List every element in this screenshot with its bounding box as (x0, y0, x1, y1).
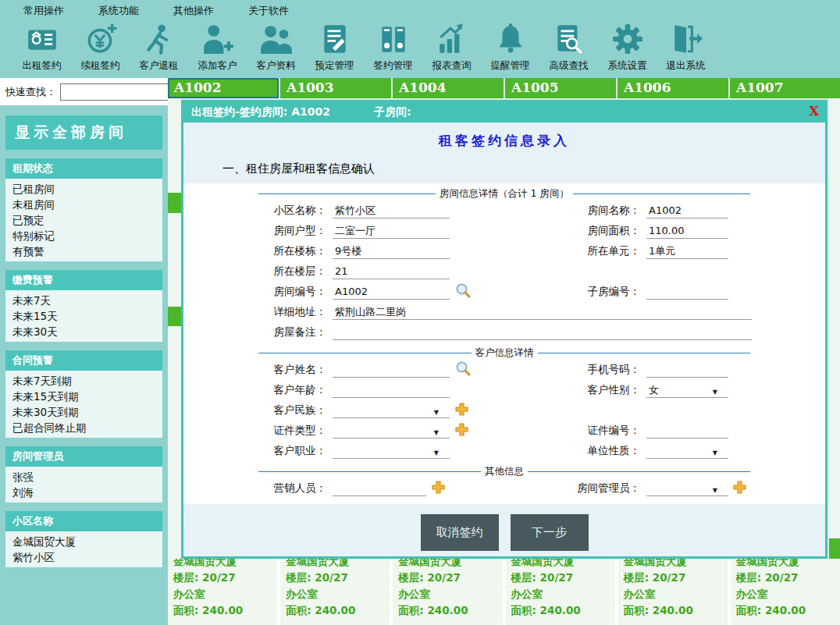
room-tabs: A1002 A1003 A1004 A1005 A1006 A1007 (168, 78, 840, 98)
menu-other-ops[interactable]: 其他操作 (173, 4, 214, 18)
tab-a1007[interactable]: A1007 (730, 78, 840, 98)
menu-common-ops[interactable]: 常用操作 (23, 4, 64, 18)
sidebar-item-unrented[interactable]: 未租房间 (5, 197, 162, 212)
close-icon[interactable]: X (810, 104, 819, 119)
room-name-field[interactable]: A1002 (646, 204, 728, 218)
sidebar-item-warned[interactable]: 有预警 (5, 243, 162, 259)
tab-a1006[interactable]: A1006 (618, 78, 728, 98)
tab-a1005[interactable]: A1005 (505, 78, 616, 98)
tool-advanced-search[interactable]: 高级查找 (539, 22, 598, 78)
section-title: 小区名称 (5, 511, 162, 531)
tool-report-query[interactable]: 报表查询 (422, 22, 481, 78)
chevron-down-icon[interactable]: ▼ (434, 406, 439, 420)
tool-tenant-checkout[interactable]: 客户退租 (130, 22, 188, 78)
sidebar-item-expire7days[interactable]: 未来7天到期 (5, 373, 162, 389)
phone-field[interactable] (646, 363, 728, 378)
chevron-down-icon[interactable]: ▼ (713, 484, 717, 498)
tab-a1002[interactable]: A1002 (168, 78, 279, 98)
room-no-field[interactable]: A1002 (333, 285, 450, 300)
sidebar-item-expired[interactable]: 已超合同终止期 (5, 420, 162, 435)
room-card[interactable]: 金城国贸大厦 楼层: 20/27 办公室 面积: 240.00 (506, 559, 615, 625)
rent-contract-icon (26, 23, 59, 59)
add-plus-icon[interactable] (455, 403, 468, 419)
job-select[interactable]: ▼ (333, 444, 450, 459)
sub-room-no-label: 子房编号： (570, 285, 640, 299)
id-type-select[interactable]: ▼ (333, 424, 450, 439)
sidebar-item-manager-1[interactable]: 张强 (5, 469, 162, 485)
estate-field[interactable]: 紫竹小区 (333, 204, 450, 218)
cancel-sign-button[interactable]: 取消签约 (421, 514, 499, 551)
tool-reminder-manage[interactable]: 提醒管理 (481, 22, 539, 78)
gender-select[interactable]: 女▼ (646, 383, 728, 398)
sidebar-item-expire15days[interactable]: 未来15天到期 (5, 389, 162, 404)
tab-a1004[interactable]: A1004 (393, 78, 504, 98)
chevron-down-icon[interactable]: ▼ (434, 446, 439, 460)
employer-type-select[interactable]: ▼ (646, 444, 728, 459)
tool-exit[interactable]: 退出系统 (657, 22, 715, 78)
menu-about[interactable]: 关于软件 (248, 4, 289, 18)
sidebar-item-next30days[interactable]: 未来30天 (5, 324, 162, 339)
building-field[interactable]: 9号楼 (333, 244, 450, 259)
add-plus-icon[interactable] (432, 481, 445, 497)
ethnic-select[interactable]: ▼ (333, 403, 450, 418)
card-type: 办公室 (624, 586, 722, 602)
tool-contract-manage[interactable]: 签约管理 (364, 22, 422, 78)
search-icon[interactable] (455, 282, 471, 301)
dialog-heading: 租客签约信息录入 (183, 123, 825, 150)
section-rent-status: 租期状态 已租房间 未租房间 已预定 特别标记 有预警 (5, 158, 162, 261)
sidebar-item-estate-1[interactable]: 金城国贸大厦 (5, 534, 162, 549)
tool-renew-contract[interactable]: 续租签约 (71, 22, 130, 78)
tab-a1003[interactable]: A1003 (280, 78, 391, 98)
background-room-fragment (829, 98, 840, 625)
chevron-down-icon[interactable]: ▼ (434, 426, 439, 440)
remark-field[interactable] (333, 325, 752, 340)
sub-room-no-field[interactable] (646, 285, 728, 300)
room-card[interactable]: 金城国贸大厦 楼层: 20/27 办公室 面积: 240.00 (393, 559, 502, 625)
floor-field[interactable]: 21 (333, 265, 450, 279)
sidebar-item-rented[interactable]: 已租房间 (5, 181, 162, 197)
menu-system-func[interactable]: 系统功能 (98, 4, 139, 18)
chevron-down-icon[interactable]: ▼ (713, 385, 717, 400)
tool-add-customer[interactable]: 添加客户 (188, 22, 247, 78)
customer-name-field[interactable] (333, 363, 450, 378)
layout-field[interactable]: 二室一厅 (333, 224, 450, 239)
tool-rent-contract[interactable]: 出租签约 (12, 22, 71, 78)
dialog-footer: 取消签约 下一步 (183, 504, 825, 556)
manager-select[interactable]: ▼ (646, 481, 728, 496)
room-card[interactable]: 金城国贸大厦 楼层: 20/27 办公室 面积: 240.00 (731, 559, 840, 625)
sidebar-item-manager-2[interactable]: 刘海 (5, 485, 162, 500)
sidebar-item-expire30days[interactable]: 未来30天到期 (5, 404, 162, 420)
area-field[interactable]: 110.00 (646, 224, 728, 239)
section-estate-name: 小区名称 金城国贸大厦 紫竹小区 (5, 511, 162, 567)
sidebar-item-estate-2[interactable]: 紫竹小区 (5, 549, 162, 565)
sidebar-item-marked[interactable]: 特别标记 (5, 228, 162, 243)
sidebar-item-next7days[interactable]: 未来7天 (5, 293, 162, 308)
advanced-search-icon (553, 23, 586, 59)
card-estate: 金城国贸大厦 (624, 559, 722, 570)
chevron-down-icon[interactable]: ▼ (713, 446, 717, 460)
add-plus-icon[interactable] (733, 481, 746, 497)
room-card[interactable]: 金城国贸大厦 楼层: 20/27 办公室 面积: 240.00 (168, 559, 277, 625)
sales-field[interactable] (333, 481, 426, 496)
add-plus-icon[interactable] (455, 423, 468, 439)
tool-booking-manage[interactable]: 预定管理 (305, 22, 364, 78)
room-card[interactable]: 金城国贸大厦 楼层: 20/27 办公室 面积: 240.00 (618, 559, 728, 625)
card-type: 办公室 (736, 586, 835, 602)
id-no-field[interactable] (646, 424, 728, 439)
unit-field[interactable]: 1单元 (646, 244, 728, 259)
card-floor: 楼层: 20/27 (398, 570, 497, 586)
reminder-bell-icon (494, 23, 527, 59)
tool-settings[interactable]: 系统设置 (598, 22, 657, 78)
customer-age-field[interactable] (333, 383, 450, 398)
card-type: 办公室 (398, 586, 497, 602)
sidebar-item-next15days[interactable]: 未来15天 (5, 308, 162, 324)
unit-label: 所在单元： (570, 244, 640, 258)
sidebar-item-reserved[interactable]: 已预定 (5, 212, 162, 228)
address-field[interactable]: 紫荆山路二里岗 (333, 305, 752, 320)
next-step-button[interactable]: 下一步 (511, 514, 589, 551)
search-icon[interactable] (455, 360, 471, 379)
show-all-rooms-button[interactable]: 显示全部房间 (5, 115, 162, 150)
tool-customer-info[interactable]: 客户资料 (247, 22, 305, 78)
room-card[interactable]: 金城国贸大厦 楼层: 20/27 办公室 面积: 240.00 (280, 559, 390, 625)
card-estate: 金城国贸大厦 (398, 559, 497, 570)
